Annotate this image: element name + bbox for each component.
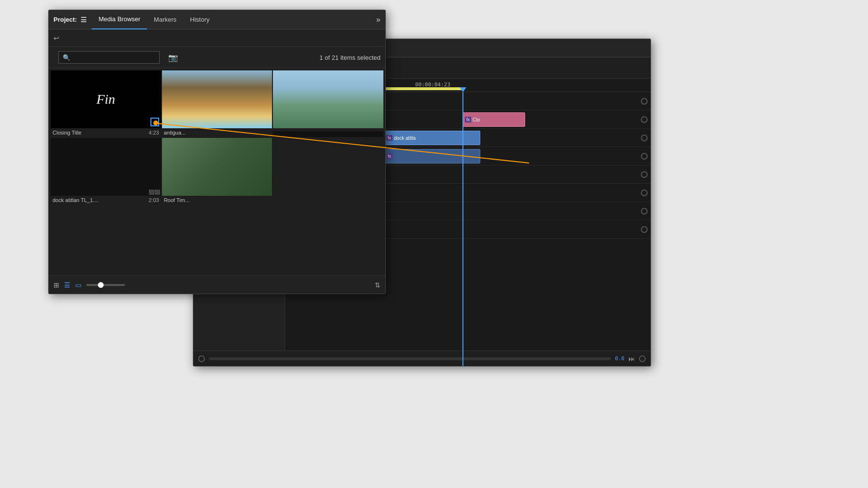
media-label-text: Roof Tim... xyxy=(164,197,190,203)
media-grid: Fin Closing Title 4:23 antigua... xyxy=(49,68,385,206)
zoom-slider[interactable] xyxy=(86,284,125,286)
orange-dot xyxy=(153,121,158,125)
media-label-text: Closing Title xyxy=(53,130,81,136)
search-input[interactable] xyxy=(70,54,155,61)
zoom-knob xyxy=(98,282,104,288)
footer-scroll[interactable] xyxy=(209,357,611,360)
circle-btn-lock[interactable] xyxy=(641,226,648,233)
clip-v1-dock[interactable]: fx dock atitla xyxy=(384,131,480,145)
playhead xyxy=(462,92,463,366)
media-item-antigua[interactable]: antigua... xyxy=(162,70,272,137)
tab-media-browser[interactable]: Media Browser xyxy=(92,10,147,29)
tab-history[interactable]: History xyxy=(183,10,216,29)
tab-markers[interactable]: Markers xyxy=(147,10,183,29)
project-panel: Project: ☰ Media Browser Markers History… xyxy=(48,10,386,294)
media-item-ruins[interactable] xyxy=(273,70,383,137)
fx-badge: fx xyxy=(386,153,393,159)
search-icon: 🔍 xyxy=(63,54,70,61)
footer-circle-right[interactable] xyxy=(639,355,646,362)
footer-circle-left[interactable] xyxy=(198,355,205,362)
circle-btn-a3[interactable] xyxy=(641,190,648,196)
search-bar[interactable]: 🔍 xyxy=(58,51,160,64)
roof-tim-thumb xyxy=(162,138,272,196)
circle-btn-v2[interactable] xyxy=(641,116,648,123)
search-row: 🔍 📷 1 of 21 items selected xyxy=(49,47,385,68)
fx-badge: fx xyxy=(386,135,393,141)
circle-btn-a2[interactable] xyxy=(641,171,648,178)
panel-tabs: Project: ☰ Media Browser Markers History… xyxy=(49,10,385,29)
project-tab[interactable]: Project: ☰ xyxy=(54,16,92,24)
film-strip-icon: ⬛⬛ xyxy=(149,190,160,195)
antigua-thumb xyxy=(162,70,272,128)
playhead-triangle xyxy=(460,87,466,92)
footer-timecode: 0.0 xyxy=(615,355,624,362)
media-duration: 4:23 xyxy=(149,130,159,136)
back-icon[interactable]: ↩ xyxy=(54,34,59,42)
clip-label: dock atitla xyxy=(394,136,416,141)
project-label: Project: xyxy=(54,16,77,23)
fx-badge: fx xyxy=(465,117,471,122)
circle-btn-v3[interactable] xyxy=(641,98,648,105)
media-label-text: dock atitlan TL_1.... xyxy=(53,197,99,203)
media-label-text: antigua... xyxy=(164,130,186,136)
media-item-roof-tim[interactable]: Roof Tim... xyxy=(162,138,272,204)
hamburger-icon[interactable]: ☰ xyxy=(81,16,87,24)
filmstrip-view-icon[interactable]: ▭ xyxy=(75,281,81,289)
timeline-footer: 0.0 ⏭ xyxy=(193,351,651,366)
panel-footer: ⊞ ☰ ▭ ⇅ xyxy=(49,275,385,294)
media-item-dock-atitlan[interactable]: ⬛⬛ dock atitlan TL_1.... 2:03 xyxy=(51,138,161,204)
sort-icon[interactable]: ⇅ xyxy=(375,281,380,289)
list-view-icon[interactable]: ☰ xyxy=(64,281,70,289)
items-selected: 1 of 21 items selected xyxy=(320,54,380,61)
circle-btn-a4[interactable] xyxy=(641,208,648,215)
media-item-closing-title[interactable]: Fin Closing Title 4:23 xyxy=(51,70,161,137)
ruins-thumb xyxy=(273,70,383,128)
more-tabs-button[interactable]: » xyxy=(376,15,380,24)
panel-toolbar: ↩ xyxy=(49,29,385,47)
clip-label: Clo xyxy=(473,117,480,122)
closing-title-thumb: Fin xyxy=(51,70,161,128)
dock-atitlan-thumb: ⬛⬛ xyxy=(51,138,161,196)
circle-btn-v1[interactable] xyxy=(641,135,648,141)
media-duration: 2:03 xyxy=(149,197,159,203)
skip-to-end-icon[interactable]: ⏭ xyxy=(628,355,635,363)
clip-a1-2[interactable]: fx xyxy=(384,149,480,163)
grid-view-icon[interactable]: ⊞ xyxy=(54,281,59,289)
camera-icon[interactable]: 📷 xyxy=(168,53,178,62)
circle-btn-a1[interactable] xyxy=(641,153,648,160)
clip-v2-closing[interactable]: fx Clo xyxy=(462,112,525,127)
